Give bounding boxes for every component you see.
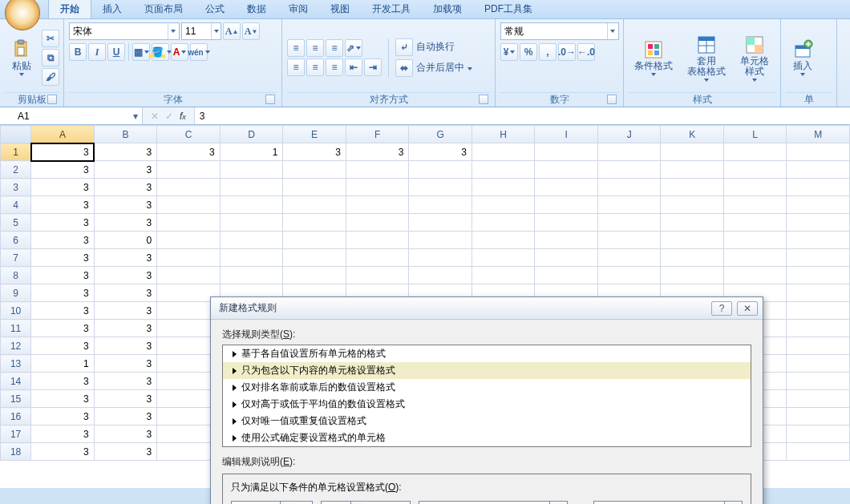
cell[interactable] [472,161,535,179]
cell[interactable] [787,179,850,196]
cell[interactable] [346,179,409,196]
cell[interactable] [723,161,787,179]
row-header[interactable]: 3 [1,179,31,196]
cell[interactable]: 3 [31,373,95,390]
cell[interactable]: 1 [220,143,283,161]
dialog-launcher-icon[interactable] [479,95,488,104]
align-middle-button[interactable]: ≡ [306,39,324,57]
cell[interactable] [472,179,535,196]
cell[interactable]: 3 [31,214,95,232]
cell[interactable]: 3 [346,143,409,161]
cell[interactable] [283,214,346,232]
cell[interactable] [157,179,221,196]
col-header[interactable]: B [94,126,157,143]
cell[interactable]: 3 [94,249,157,267]
cell[interactable]: 3 [31,320,95,337]
operator-combo[interactable]: 介于 [321,501,411,504]
fx-icon[interactable]: fx [180,111,186,122]
cell[interactable] [157,232,221,249]
row-header[interactable]: 7 [1,249,31,267]
cell[interactable] [535,179,598,196]
dec-decimal-button[interactable]: ←.0 [577,43,595,61]
tab-1[interactable]: 插入 [91,0,133,18]
cell[interactable]: 3 [94,143,157,161]
cell[interactable] [723,249,787,267]
cell[interactable] [597,143,661,161]
cell[interactable] [535,249,598,267]
cell[interactable]: 3 [94,425,157,443]
cell[interactable] [787,143,850,161]
help-button[interactable]: ? [711,301,732,316]
cell[interactable] [723,143,787,161]
close-button[interactable]: ✕ [737,301,758,316]
cell[interactable]: 3 [94,390,157,408]
cell[interactable] [787,267,850,284]
row-header[interactable]: 14 [1,373,31,390]
cell[interactable] [220,214,283,232]
currency-button[interactable]: ¥ [500,43,518,61]
font-color-button[interactable]: A [171,43,188,61]
cell[interactable] [597,196,661,214]
cell[interactable] [661,249,724,267]
insert-cells-button[interactable]: 插入 [786,36,820,79]
cell[interactable]: 3 [31,249,95,267]
cell[interactable] [787,302,850,320]
cell[interactable] [723,267,787,284]
row-header[interactable]: 10 [1,302,31,320]
cell[interactable] [661,179,724,196]
cell[interactable]: 3 [94,337,157,355]
cell[interactable] [535,196,598,214]
cell[interactable] [661,161,724,179]
tab-5[interactable]: 审阅 [277,0,319,18]
cell[interactable] [535,232,598,249]
cell[interactable] [157,249,221,267]
cell[interactable] [346,214,409,232]
cell[interactable] [283,179,346,196]
col-header[interactable]: G [409,126,472,143]
merge-center-button[interactable]: ⬌ [395,59,413,77]
row-header[interactable]: 6 [1,232,31,249]
cell[interactable] [157,161,221,179]
cell[interactable] [535,143,598,161]
col-header[interactable]: E [283,126,346,143]
cell[interactable] [409,232,472,249]
name-box-input[interactable] [0,111,129,122]
tab-6[interactable]: 视图 [319,0,361,18]
cell[interactable] [787,443,850,461]
cell[interactable]: 3 [31,232,95,249]
cell[interactable]: 3 [157,143,221,161]
dialog-launcher-icon[interactable] [607,95,617,104]
grow-font-button[interactable]: A▲ [223,22,241,40]
cell[interactable] [157,267,221,284]
rule-type-item[interactable]: 基于各自值设置所有单元格的格式 [223,345,751,362]
cell[interactable] [220,249,283,267]
cell[interactable] [346,232,409,249]
col-header[interactable]: K [661,126,724,143]
row-header[interactable]: 4 [1,196,31,214]
row-header[interactable]: 11 [1,320,31,337]
align-top-button[interactable]: ≡ [287,39,305,57]
cell[interactable] [283,249,346,267]
cell[interactable] [409,249,472,267]
cell[interactable] [472,196,535,214]
percent-button[interactable]: % [520,43,537,61]
cell[interactable]: 0 [94,232,157,249]
tab-8[interactable]: 加载项 [422,0,473,18]
row-header[interactable]: 18 [1,443,31,461]
col-header[interactable]: H [472,126,535,143]
formula-input[interactable] [195,107,850,124]
cell[interactable] [787,284,850,302]
cell[interactable]: 3 [94,443,157,461]
cell[interactable]: 3 [31,196,95,214]
row-header[interactable]: 13 [1,355,31,373]
row-header[interactable]: 15 [1,390,31,408]
cell[interactable]: 3 [31,143,95,161]
cell[interactable] [409,161,472,179]
rule-type-item[interactable]: 只为包含以下内容的单元格设置格式 [223,362,751,379]
name-box[interactable]: ▾ [0,107,143,124]
rule-type-item[interactable]: 仅对高于或低于平均值的数值设置格式 [223,396,751,413]
cell[interactable] [787,249,850,267]
cell[interactable] [787,390,850,408]
cell[interactable] [661,196,724,214]
cell[interactable]: 3 [94,161,157,179]
